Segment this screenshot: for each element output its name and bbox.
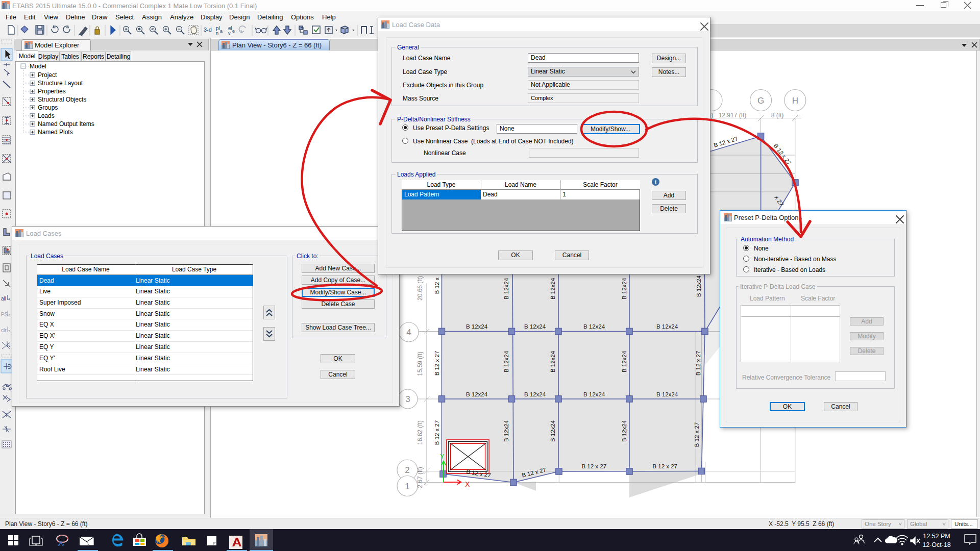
svg-text:B 12 x 27: B 12 x 27 (652, 463, 677, 469)
svg-text:B 12x24: B 12x24 (583, 391, 605, 397)
svg-text:B 12 x 27: B 12 x 27 (582, 463, 607, 469)
svg-text:B 12x24: B 12x24 (550, 420, 556, 442)
svg-text:3: 3 (405, 394, 410, 404)
svg-text:H: H (792, 96, 798, 106)
svg-text:Structure Layout: Structure Layout (38, 80, 83, 87)
svg-text:B 12x24: B 12x24 (621, 350, 627, 372)
svg-text:2.67 (ft): 2.67 (ft) (416, 467, 424, 488)
svg-text:B 12 x 27: B 12 x 27 (695, 351, 701, 376)
svg-text:B 12x24: B 12x24 (524, 323, 546, 330)
svg-text:PS: PS (1, 312, 8, 317)
svg-text:B 12x24: B 12x24 (656, 323, 678, 330)
svg-text:B 12 x: B 12 x (434, 277, 440, 294)
svg-text:B 12x24: B 12x24 (621, 420, 627, 442)
svg-text:B 12x24: B 12x24 (656, 391, 678, 397)
svg-text:20.66 (ft): 20.66 (ft) (416, 276, 424, 300)
svg-text:clr: clr (1, 328, 7, 333)
svg-text:3-d: 3-d (204, 27, 212, 33)
svg-text:n: n (216, 31, 218, 36)
svg-text:12:52 PM: 12:52 PM (923, 533, 950, 540)
svg-text:B 12x24: B 12x24 (466, 391, 488, 397)
svg-text:16.62 (ft): 16.62 (ft) (416, 420, 424, 445)
svg-text:Model: Model (30, 63, 46, 70)
svg-text:B 12 x 27: B 12 x 27 (434, 420, 440, 445)
svg-text:Structural Objects: Structural Objects (38, 96, 86, 103)
svg-text:Named Output Items: Named Output Items (38, 120, 94, 128)
svg-text:Named Plots: Named Plots (38, 129, 73, 136)
svg-text:e: e (232, 29, 235, 34)
svg-text:a: a (220, 29, 223, 34)
svg-text:B 12x24: B 12x24 (696, 275, 702, 297)
svg-text:B 12x24: B 12x24 (621, 278, 627, 299)
svg-text:B 12x24: B 12x24 (503, 278, 509, 299)
svg-text:B 12 x 27: B 12 x 27 (434, 351, 440, 376)
svg-text:B 12x24: B 12x24 (466, 323, 488, 330)
svg-text:12-Oct-18: 12-Oct-18 (922, 541, 951, 548)
svg-text:Properties: Properties (38, 88, 66, 95)
svg-text:1: 1 (405, 482, 409, 491)
svg-text:8 (ft): 8 (ft) (771, 112, 784, 119)
svg-text:B 12x24: B 12x24 (583, 323, 605, 330)
svg-text:Project: Project (38, 71, 57, 79)
svg-text:all: all (1, 296, 6, 302)
svg-text:v: v (228, 31, 231, 36)
svg-text:2: 2 (405, 465, 409, 475)
svg-text:Y: Y (440, 453, 445, 460)
svg-text:X: X (465, 480, 470, 488)
svg-text:Groups: Groups (38, 104, 58, 111)
svg-text:B 12x24: B 12x24 (550, 350, 556, 372)
svg-text:Loads: Loads (38, 112, 55, 119)
svg-text:B 12x24: B 12x24 (503, 420, 509, 442)
svg-text:B 12x24: B 12x24 (550, 278, 556, 299)
svg-text:4: 4 (406, 328, 411, 337)
svg-text:B 12x24: B 12x24 (503, 350, 509, 372)
svg-text:B 12 x 27: B 12 x 27 (694, 422, 700, 447)
svg-text:G: G (757, 96, 764, 106)
svg-text:B 12x24: B 12x24 (524, 391, 546, 397)
svg-text:12.917 (ft): 12.917 (ft) (719, 112, 747, 119)
svg-text:15.59 (ft): 15.59 (ft) (416, 352, 424, 376)
